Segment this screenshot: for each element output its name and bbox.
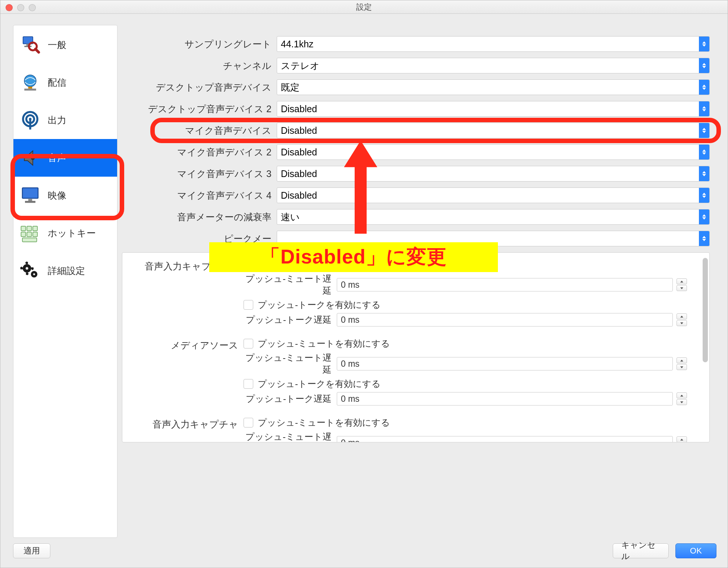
mic-audio-select[interactable]: Disabled	[277, 123, 710, 138]
chevron-updown-icon	[699, 188, 709, 203]
push-talk-delay-label: プッシュ-トーク遅延	[244, 314, 333, 326]
push-talk-delay-label: プッシュ-トーク遅延	[244, 393, 333, 405]
channels-label: チャンネル	[122, 60, 277, 72]
speaker-icon	[19, 146, 42, 170]
push-mute-delay-input[interactable]: 0 ms	[337, 357, 673, 370]
svg-rect-14	[28, 199, 32, 201]
scrollbar[interactable]	[702, 258, 709, 437]
chevron-updown-icon	[699, 231, 709, 246]
push-talk-delay-input[interactable]: 0 ms	[337, 313, 673, 326]
svg-rect-19	[21, 232, 26, 236]
monitor-icon	[19, 184, 42, 207]
magnifier-icon	[19, 34, 42, 57]
audio-group: 音声入力キャプチャ プッシュ-ミュートを有効にする プッシュ-ミュート遅延0 m…	[122, 414, 709, 442]
close-icon[interactable]	[6, 4, 13, 11]
sampling-rate-label: サンプリングレート	[122, 38, 277, 50]
push-talk-delay-input[interactable]: 0 ms	[337, 392, 673, 406]
push-mute-delay-label: プッシュ-ミュート遅延	[244, 273, 333, 297]
chevron-updown-icon	[699, 209, 709, 224]
stepper[interactable]	[677, 278, 687, 291]
svg-rect-15	[25, 201, 35, 203]
desktop-audio-select[interactable]: 既定	[277, 79, 710, 95]
sidebar-item-label: 映像	[48, 189, 66, 202]
sidebar-item-output[interactable]: 出力	[13, 101, 117, 139]
svg-rect-21	[33, 232, 37, 236]
globe-icon	[19, 71, 42, 94]
apply-button[interactable]: 適用	[13, 543, 50, 558]
meter-decay-select[interactable]: 速い	[277, 209, 710, 225]
audio-settings-form: サンプリングレート 44.1khz チャンネル ステレオ デスクトップ音声デバイ…	[122, 25, 716, 249]
stepper[interactable]	[677, 357, 687, 370]
sidebar-item-label: ホットキー	[48, 227, 96, 239]
mic-audio-3-select[interactable]: Disabled	[277, 166, 710, 182]
sidebar-item-general[interactable]: 一般	[13, 26, 117, 64]
settings-window: 設定 一般	[0, 0, 728, 568]
zoom-icon[interactable]	[29, 4, 36, 11]
svg-line-4	[35, 49, 39, 52]
traffic-lights	[6, 4, 36, 11]
sidebar-item-label: 音声	[48, 152, 66, 164]
cancel-button[interactable]: キャンセル	[613, 543, 669, 558]
svg-point-12	[31, 156, 35, 160]
mic-audio-4-select[interactable]: Disabled	[277, 187, 710, 203]
audio-sources-panel: 音声入力キャプチャ 2 プッシュ-ミュートを有効にする プッシュ-ミュート遅延0…	[122, 252, 710, 442]
sidebar-item-video[interactable]: 映像	[13, 177, 117, 214]
sidebar-item-label: 出力	[48, 114, 66, 126]
keyboard-icon	[19, 222, 42, 245]
chevron-updown-icon	[699, 58, 709, 73]
push-mute-delay-input[interactable]: 0 ms	[337, 436, 673, 442]
svg-rect-20	[27, 232, 31, 236]
push-talk-checkbox[interactable]	[244, 300, 253, 310]
chevron-updown-icon	[699, 101, 709, 116]
svg-rect-7	[24, 88, 36, 90]
ok-button[interactable]: OK	[675, 543, 716, 558]
chevron-updown-icon	[699, 145, 709, 160]
chevron-updown-icon	[699, 80, 709, 95]
mic-audio-2-label: マイク音声デバイス 2	[122, 146, 277, 158]
push-talk-checkbox[interactable]	[244, 379, 253, 389]
antenna-icon	[19, 109, 42, 132]
sidebar-item-audio[interactable]: 音声	[13, 139, 117, 177]
sidebar-item-label: 配信	[48, 76, 66, 89]
gear-icon	[19, 259, 42, 283]
sidebar-item-advanced[interactable]: 詳細設定	[13, 252, 117, 290]
sidebar-item-hotkeys[interactable]: ホットキー	[13, 214, 117, 252]
svg-rect-13	[22, 188, 38, 198]
push-mute-delay-label: プッシュ-ミュート遅延	[244, 431, 333, 442]
meter-decay-label: 音声メーターの減衰率	[122, 211, 277, 223]
minimize-icon[interactable]	[17, 4, 24, 11]
push-mute-delay-label: プッシュ-ミュート遅延	[244, 352, 333, 376]
svg-point-24	[26, 267, 28, 269]
mic-audio-3-label: マイク音声デバイス 3	[122, 168, 277, 180]
chevron-updown-icon	[699, 123, 709, 138]
push-mute-checkbox[interactable]	[244, 339, 253, 348]
stepper[interactable]	[677, 392, 687, 405]
desktop-audio-2-label: デスクトップ音声デバイス 2	[122, 103, 277, 115]
window-title: 設定	[0, 2, 728, 12]
annotation-label: 「Disabled」に変更	[209, 242, 498, 272]
svg-point-34	[33, 273, 35, 275]
sidebar-item-stream[interactable]: 配信	[13, 64, 117, 101]
desktop-audio-2-select[interactable]: Disabled	[277, 101, 710, 117]
channels-select[interactable]: ステレオ	[277, 58, 710, 73]
push-mute-delay-input[interactable]: 0 ms	[337, 278, 673, 291]
svg-rect-22	[22, 238, 37, 242]
sidebar-item-label: 詳細設定	[48, 265, 85, 277]
svg-rect-16	[21, 226, 26, 230]
push-mute-checkbox[interactable]	[244, 418, 253, 427]
sidebar-item-label: 一般	[48, 39, 66, 51]
sidebar: 一般 配信	[13, 25, 117, 538]
chevron-updown-icon	[699, 37, 709, 51]
content-area: サンプリングレート 44.1khz チャンネル ステレオ デスクトップ音声デバイ…	[122, 25, 716, 538]
stepper[interactable]	[677, 436, 687, 442]
mic-audio-label: マイク音声デバイス	[122, 124, 277, 137]
mic-audio-2-select[interactable]: Disabled	[277, 144, 710, 160]
group-label: メディアソース	[122, 338, 244, 351]
scroll-thumb[interactable]	[703, 258, 708, 362]
chevron-updown-icon	[699, 166, 709, 181]
titlebar: 設定	[0, 0, 728, 14]
group-label: 音声入力キャプチャ	[122, 417, 244, 430]
stepper[interactable]	[677, 313, 687, 326]
desktop-audio-label: デスクトップ音声デバイス	[122, 81, 277, 94]
sampling-rate-select[interactable]: 44.1khz	[277, 36, 710, 52]
